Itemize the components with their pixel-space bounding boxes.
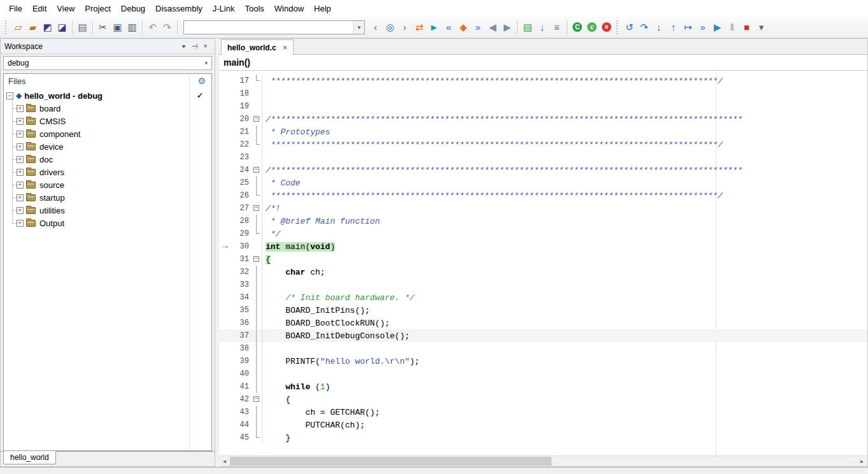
fold-column[interactable] — [252, 291, 262, 304]
tree-item-source[interactable]: +source — [6, 178, 211, 191]
code-text[interactable]: ****************************************… — [262, 140, 867, 150]
code-text[interactable]: PUTCHAR(ch); — [262, 420, 867, 430]
expand-icon[interactable]: + — [17, 182, 24, 189]
code-text[interactable]: } — [262, 433, 867, 443]
code-line-24[interactable]: 24−/************************************… — [219, 164, 867, 176]
execution-arrow-icon[interactable]: → — [219, 241, 231, 252]
expand-icon[interactable]: + — [17, 169, 24, 176]
code-text[interactable]: * Code — [262, 178, 867, 188]
code-line-37[interactable]: 37 BOARD_InitDebugConsole(); — [219, 329, 867, 342]
fold-column[interactable] — [252, 431, 262, 444]
code-text[interactable]: /***************************************… — [262, 166, 867, 175]
copy-button[interactable]: ▣ — [110, 20, 125, 34]
code-text[interactable]: /*! — [262, 204, 867, 213]
reset-button[interactable]: ↺ — [622, 20, 637, 34]
tree-item-device[interactable]: +device — [6, 140, 211, 153]
expand-icon[interactable]: + — [17, 131, 24, 138]
fold-column[interactable] — [252, 329, 262, 342]
cstat-analyze-button[interactable]: C — [570, 20, 585, 34]
code-line-34[interactable]: 34 /* Init board hardware. */ — [219, 291, 867, 304]
go-button[interactable]: ▶ — [710, 20, 725, 34]
fold-column[interactable] — [252, 126, 262, 138]
expand-icon[interactable]: + — [17, 143, 24, 150]
find-next-button[interactable]: › — [397, 20, 412, 34]
toolbar-more-button[interactable]: ▾ — [754, 20, 769, 34]
menu-item-view[interactable]: View — [52, 1, 80, 16]
menu-item-project[interactable]: Project — [80, 1, 115, 16]
code-line-28[interactable]: 28 * @brief Main function — [219, 215, 867, 227]
close-icon[interactable]: × — [200, 43, 211, 50]
editor-tab-hello-world-c[interactable]: hello_world.c × — [221, 40, 294, 55]
fold-collapse-icon[interactable]: − — [253, 205, 259, 211]
expand-icon[interactable]: + — [17, 207, 24, 214]
save-all-button[interactable]: ◪ — [55, 20, 69, 34]
print-button[interactable]: ▤ — [75, 20, 90, 34]
fold-column[interactable]: − — [252, 113, 262, 126]
menu-item-edit[interactable]: Edit — [27, 1, 52, 16]
expand-icon[interactable]: + — [17, 118, 24, 125]
code-text[interactable]: /***************************************… — [262, 115, 867, 124]
code-line-42[interactable]: 42− { — [219, 393, 867, 406]
fold-column[interactable]: − — [252, 393, 262, 406]
fold-column[interactable] — [252, 227, 262, 240]
fold-column[interactable]: − — [252, 202, 262, 215]
tab-close-icon[interactable]: × — [283, 43, 288, 52]
paste-button[interactable]: ▥ — [125, 20, 139, 34]
code-line-22[interactable]: 22 *************************************… — [219, 138, 867, 151]
code-line-25[interactable]: 25 * Code — [219, 176, 867, 189]
fold-column[interactable] — [252, 342, 262, 355]
code-line-35[interactable]: 35 BOARD_InitPins(); — [219, 304, 867, 317]
pin-icon[interactable]: ⊤ — [189, 42, 200, 50]
next-statement-button[interactable]: ↦ — [681, 20, 695, 34]
tree-item-board[interactable]: +board — [6, 102, 211, 115]
navigate-backward-button[interactable]: ◀ — [485, 20, 500, 34]
fold-column[interactable] — [252, 100, 262, 113]
undo-button[interactable]: ↶ — [145, 20, 160, 34]
code-text[interactable]: while (1) — [262, 382, 867, 392]
step-over-button[interactable]: ↷ — [637, 20, 651, 34]
code-line-26[interactable]: 26 *************************************… — [219, 189, 867, 202]
code-line-33[interactable]: 33 — [219, 278, 867, 291]
fold-column[interactable] — [252, 380, 262, 393]
code-line-19[interactable]: 19 — [219, 100, 867, 113]
fold-column[interactable] — [252, 138, 262, 151]
fold-column[interactable] — [252, 151, 262, 164]
download-and-debug-button[interactable]: ↓ — [535, 20, 550, 34]
scrollbar-track[interactable] — [230, 456, 857, 466]
fold-column[interactable] — [252, 419, 262, 431]
code-text[interactable]: BOARD_BootClockRUN(); — [262, 319, 867, 328]
code-line-32[interactable]: 32 char ch; — [219, 266, 867, 278]
code-line-30[interactable]: →30int main(void) — [219, 240, 867, 253]
code-text[interactable]: BOARD_InitDebugConsole(); — [262, 331, 867, 341]
stop-debug-button[interactable]: ■ — [739, 20, 754, 34]
crun-stop-button[interactable]: × — [599, 20, 614, 34]
code-line-17[interactable]: 17 *************************************… — [219, 75, 867, 87]
code-line-45[interactable]: 45 } — [219, 431, 867, 444]
fold-collapse-icon[interactable]: − — [253, 256, 259, 262]
menu-item-help[interactable]: Help — [309, 1, 336, 16]
code-line-31[interactable]: 31−{ — [219, 253, 867, 266]
code-line-43[interactable]: 43 ch = GETCHAR(); — [219, 406, 867, 419]
code-line-40[interactable]: 40 — [219, 368, 867, 380]
code-area[interactable]: 17 *************************************… — [219, 71, 867, 456]
code-text[interactable]: char ch; — [262, 268, 867, 277]
find-combo-input[interactable] — [184, 21, 353, 34]
menu-item-debug[interactable]: Debug — [116, 1, 150, 16]
code-text[interactable]: BOARD_InitPins(); — [262, 306, 867, 315]
go-to-button[interactable]: ► — [427, 20, 441, 34]
find-button[interactable]: ◎ — [383, 20, 397, 34]
code-line-41[interactable]: 41 while (1) — [219, 380, 867, 393]
menu-item-window[interactable]: Window — [269, 1, 309, 16]
scrollbar-thumb[interactable] — [230, 457, 551, 466]
break-button[interactable]: ‖ — [725, 20, 739, 34]
fold-column[interactable] — [252, 75, 262, 87]
tree-item-output[interactable]: +Output — [6, 217, 211, 229]
tree-item-cmsis[interactable]: +CMSIS — [6, 115, 211, 127]
code-text[interactable]: /* Init board hardware. */ — [262, 293, 867, 303]
fold-column[interactable]: − — [252, 164, 262, 176]
open-document-button[interactable]: ▰ — [25, 20, 40, 34]
function-header[interactable]: main() — [219, 55, 867, 71]
menu-item-disassembly[interactable]: Disassembly — [150, 1, 208, 16]
scroll-right-button[interactable]: ► — [857, 456, 867, 466]
code-line-18[interactable]: 18 — [219, 87, 867, 100]
